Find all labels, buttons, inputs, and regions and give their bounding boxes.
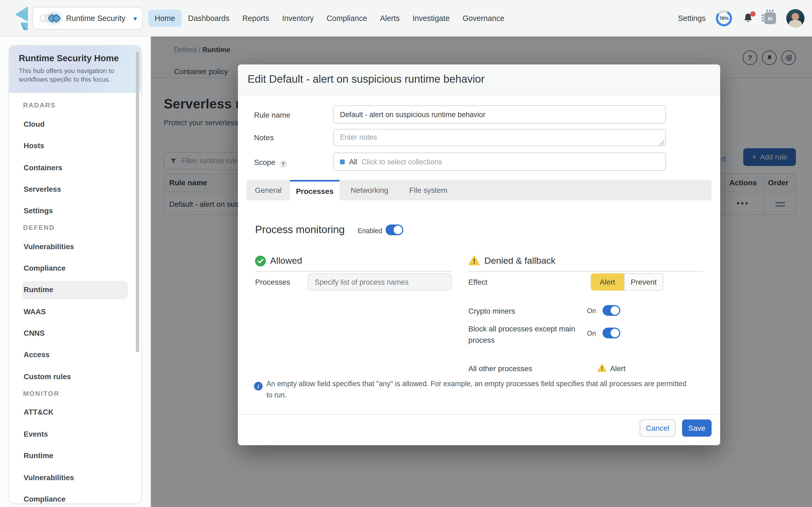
- modal-header: Edit Default - alert on suspicious runti…: [238, 64, 720, 95]
- fallback-effect-value: Alert: [610, 364, 626, 373]
- scope-value: All: [349, 158, 357, 166]
- nav-inventory[interactable]: Inventory: [276, 10, 321, 27]
- product-switcher[interactable]: Runtime Security ▾: [32, 7, 143, 30]
- rule-name-input[interactable]: [333, 105, 666, 123]
- denied-warning-icon: [468, 255, 480, 266]
- sidebar-item-access[interactable]: Access: [22, 346, 128, 364]
- effect-option-prevent[interactable]: Prevent: [624, 273, 663, 291]
- tab-general[interactable]: General: [246, 180, 290, 200]
- scope-label: Scope?: [254, 158, 287, 168]
- effect-option-alert[interactable]: Alert: [591, 273, 624, 291]
- nav-governance[interactable]: Governance: [456, 10, 511, 27]
- notification-badge: [750, 11, 756, 17]
- block-processes-label: Block all processes except main process: [468, 323, 584, 346]
- sidebar-item-custom-rules[interactable]: Custom rules: [22, 368, 128, 386]
- scope-placeholder: Click to select collections: [361, 158, 442, 166]
- footer-divider: [238, 414, 720, 415]
- collection-color-icon: [340, 159, 345, 164]
- crypto-miners-toggle[interactable]: [602, 305, 620, 316]
- nav-alerts[interactable]: Alerts: [373, 10, 406, 27]
- tab-processes[interactable]: Processes: [290, 180, 339, 200]
- sidebar-item-runtime[interactable]: Runtime: [22, 281, 128, 299]
- sidebar-item-events[interactable]: Events: [22, 426, 128, 444]
- process-monitoring-heading: Process monitoring: [255, 223, 345, 236]
- hub-card-header: Runtime Security Home This hub offers yo…: [9, 46, 141, 93]
- allowed-processes-input[interactable]: [308, 273, 452, 291]
- edit-rule-modal: Edit Default - alert on suspicious runti…: [238, 64, 720, 445]
- process-monitoring-toggle[interactable]: [386, 225, 403, 235]
- sidebar-item-settings[interactable]: Settings: [22, 202, 128, 220]
- sidebar-item-monitor-runtime[interactable]: Runtime: [22, 447, 128, 465]
- sidebar-scrollbar[interactable]: [136, 52, 139, 352]
- sidebar-item-attck[interactable]: ATT&CK: [22, 403, 128, 421]
- brand-logo-icon[interactable]: [11, 5, 32, 31]
- ai-assistant-icon[interactable]: AI: [764, 12, 776, 24]
- section-radars: RADARS: [23, 102, 56, 109]
- product-switcher-label: Runtime Security: [66, 14, 125, 22]
- notifications-bell-icon[interactable]: [742, 12, 754, 24]
- sidebar-item-hosts[interactable]: Hosts: [22, 137, 128, 155]
- effect-label: Effect: [468, 278, 487, 286]
- section-monitor: MONITOR: [23, 390, 59, 397]
- denied-fallback-heading: Denied & fallback: [484, 256, 556, 266]
- sidebar: Runtime Security Home This hub offers yo…: [0, 37, 151, 507]
- scope-label-text: Scope: [254, 158, 275, 167]
- nav-compliance[interactable]: Compliance: [320, 10, 373, 27]
- modal-title: Edit Default - alert on suspicious runti…: [247, 73, 485, 86]
- settings-link[interactable]: Settings: [678, 14, 706, 22]
- effect-segmented-control: Alert Prevent: [591, 273, 663, 291]
- nav-investigate[interactable]: Investigate: [406, 10, 456, 27]
- info-icon: i: [254, 382, 263, 390]
- sidebar-item-cnns[interactable]: CNNS: [22, 324, 128, 343]
- crypto-miners-label: Crypto miners: [468, 307, 515, 315]
- info-note: An empty allow field specifies that "any…: [267, 378, 691, 401]
- hub-description: This hub offers you navigation to workfl…: [19, 67, 124, 84]
- textarea-resize-handle[interactable]: [659, 140, 664, 145]
- credits-progress-ring[interactable]: 78%: [716, 10, 732, 26]
- primary-nav: Home Dashboards Reports Inventory Compli…: [148, 0, 511, 37]
- allowed-heading: Allowed: [270, 256, 302, 266]
- top-bar-utilities: Settings 78% AI: [678, 0, 808, 37]
- cancel-button[interactable]: Cancel: [640, 419, 676, 437]
- section-defend: DEFEND: [23, 224, 55, 231]
- all-other-processes-label: All other processes: [468, 364, 532, 373]
- scope-collections-field[interactable]: All Click to select collections: [333, 153, 666, 171]
- tab-file-system[interactable]: File system: [400, 180, 457, 200]
- ai-chip-label: AI: [768, 15, 773, 21]
- allowed-check-icon: [255, 256, 266, 266]
- process-monitoring-state-label: Enabled: [358, 227, 383, 235]
- top-bar: Runtime Security ▾ Home Dashboards Repor…: [0, 0, 812, 37]
- block-processes-toggle[interactable]: [602, 328, 620, 338]
- sidebar-item-cloud[interactable]: Cloud: [22, 115, 128, 134]
- notes-textarea[interactable]: [333, 129, 666, 146]
- chevron-down-icon: ▾: [133, 14, 137, 22]
- scope-help-icon[interactable]: ?: [279, 160, 287, 168]
- sidebar-item-monitor-compliance[interactable]: Compliance: [22, 490, 128, 504]
- nav-dashboards[interactable]: Dashboards: [181, 10, 236, 27]
- tab-networking[interactable]: Networking: [339, 180, 400, 200]
- sidebar-item-serverless[interactable]: Serverless: [22, 180, 128, 199]
- runtime-security-hub-card: Runtime Security Home This hub offers yo…: [9, 45, 142, 504]
- rule-name-label: Rule name: [254, 111, 290, 119]
- allowed-processes-label: Processes: [255, 278, 290, 286]
- sidebar-item-containers[interactable]: Containers: [22, 159, 128, 177]
- notes-label: Notes: [254, 133, 274, 142]
- modal-tab-bar: General Processes Networking File system: [246, 180, 711, 200]
- fallback-alert-warning-icon: [597, 363, 607, 372]
- nav-reports[interactable]: Reports: [236, 10, 276, 27]
- save-button[interactable]: Save: [682, 419, 711, 437]
- sidebar-item-waas[interactable]: WAAS: [22, 303, 128, 321]
- app-window: Runtime Security ▾ Home Dashboards Repor…: [0, 0, 812, 507]
- user-avatar[interactable]: [786, 9, 805, 27]
- sidebar-item-compliance[interactable]: Compliance: [22, 260, 128, 278]
- block-processes-state-label: On: [587, 330, 596, 337]
- sidebar-item-monitor-vulnerabilities[interactable]: Vulnerabilities: [22, 469, 128, 487]
- allowed-divider: [255, 271, 452, 272]
- crypto-miners-state-label: On: [587, 307, 596, 315]
- credits-percent-label: 78%: [719, 15, 729, 21]
- sidebar-item-vulnerabilities[interactable]: Vulnerabilities: [22, 238, 128, 256]
- hub-title: Runtime Security Home: [19, 53, 131, 63]
- nav-home[interactable]: Home: [148, 10, 181, 27]
- denied-divider: [468, 271, 703, 272]
